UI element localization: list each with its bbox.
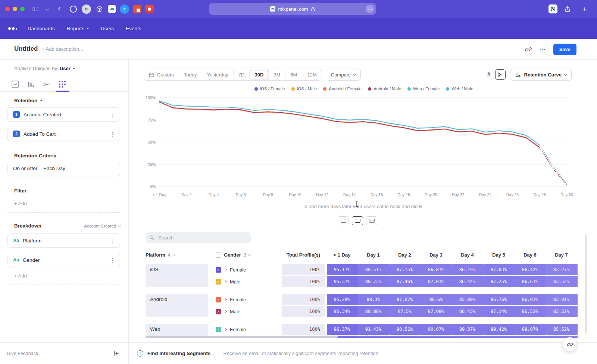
retention-cell[interactable]: 87.03% <box>484 264 515 275</box>
retention-cell[interactable]: 89.4% <box>452 336 484 338</box>
share-link-button[interactable] <box>563 337 577 351</box>
retention-cell[interactable]: 88.73% <box>358 276 390 287</box>
retention-cell[interactable]: 86.01% <box>515 294 546 305</box>
report-title[interactable]: Untitled <box>14 45 38 53</box>
legend-item[interactable]: iOS / Female <box>254 87 285 91</box>
notion-extension-icon[interactable]: N <box>548 4 557 13</box>
address-bar[interactable]: m mixpanel.com ⋯ <box>209 3 376 15</box>
more-options-icon[interactable]: ⋮ <box>110 131 115 137</box>
retention-cell[interactable]: 89.37% <box>452 324 484 335</box>
retention-cell[interactable]: 90.07% <box>421 324 452 335</box>
expand-chevron-icon[interactable] <box>224 280 227 283</box>
legend-item[interactable]: iOS / Male <box>291 87 317 91</box>
range-7d[interactable]: 7D <box>233 69 250 80</box>
retention-cell[interactable]: 86.6% <box>421 294 452 305</box>
retention-cell[interactable]: 95.34% <box>327 306 358 317</box>
more-options-icon[interactable]: ⋮ <box>110 238 115 244</box>
series-checkbox[interactable]: ✓ <box>216 279 221 285</box>
select-all-checkbox[interactable]: − <box>216 252 221 258</box>
retention-cell[interactable]: 95.29% <box>327 294 358 305</box>
compare-button[interactable]: Compare <box>326 69 361 81</box>
nav-item-reports[interactable]: Reports <box>67 26 89 31</box>
nav-item-dashboards[interactable]: Dashboards <box>28 26 55 31</box>
sidebar-toggle-icon[interactable] <box>31 4 40 14</box>
expand-chevron-icon[interactable] <box>224 328 227 330</box>
retention-cell[interactable]: 86.52% <box>515 306 546 317</box>
series-checkbox[interactable]: ✓ <box>216 309 221 314</box>
retention-cell[interactable]: 90.51% <box>390 324 421 335</box>
day-column-header[interactable]: Day 7 <box>546 252 578 258</box>
retention-step-2[interactable]: 2 Added To Cart ⋮ <box>7 127 120 141</box>
more-options-icon[interactable]: ⋯ <box>539 46 546 53</box>
nav-item-users[interactable]: Users <box>101 26 114 31</box>
chevron-down-icon[interactable] <box>43 4 52 14</box>
more-options-icon[interactable]: ⋮ <box>110 112 115 117</box>
retention-cell[interactable]: 91.43% <box>358 324 390 335</box>
chart-type-selector[interactable]: Retention Curve <box>510 69 572 81</box>
close-window-button[interactable] <box>5 7 10 11</box>
gender-cell[interactable]: ✓Male <box>212 306 282 317</box>
retention-cell[interactable]: 87.08% <box>421 306 452 317</box>
package-extension-icon[interactable] <box>95 4 104 14</box>
gender-cell[interactable]: ✓Female <box>212 324 282 335</box>
retention-cell[interactable]: 88.1% <box>515 336 546 338</box>
gender-cell[interactable]: ✓Female <box>212 264 282 275</box>
retention-cell[interactable]: 86.43% <box>452 306 484 317</box>
zoom-window-button[interactable] <box>20 7 25 11</box>
retention-cell[interactable]: 90.1% <box>421 336 452 338</box>
series-checkbox[interactable]: ✓ <box>216 327 221 332</box>
retention-cell[interactable]: 86.42% <box>515 264 546 275</box>
collapse-sidebar-icon[interactable] <box>113 350 119 357</box>
retention-cell[interactable]: 83.27% <box>546 264 578 275</box>
vertical-scrollbar[interactable] <box>585 235 587 334</box>
give-feedback-link[interactable]: Give Feedback <box>7 351 38 356</box>
range-3m[interactable]: 3M <box>268 69 285 80</box>
horizontal-scrollbar[interactable] <box>146 336 338 338</box>
platform-column-header[interactable]: Platform 4 <box>146 252 212 258</box>
criteria-card[interactable]: On or After Each Day <box>7 162 120 176</box>
retention-cell[interactable]: 87.46% <box>390 276 421 287</box>
segment-cut-icon[interactable] <box>495 69 506 80</box>
breakdown-gender[interactable]: Aa Gender ⋮ <box>7 253 120 267</box>
retention-section-heading[interactable]: Retention <box>14 98 120 103</box>
split-view-toggle[interactable] <box>352 216 363 225</box>
legend-item[interactable]: Web / Male <box>446 87 473 91</box>
analyze-value[interactable]: User <box>60 66 71 71</box>
gray-extension-icon[interactable]: n <box>82 4 91 14</box>
retention-cell[interactable]: 86.19% <box>452 264 484 275</box>
retention-cell[interactable]: 87.07% <box>390 294 421 305</box>
day-column-header[interactable]: < 1 Day <box>327 252 358 258</box>
gender-column-header[interactable]: − Gender 3 <box>212 252 282 258</box>
clock-extension-icon[interactable] <box>69 4 78 14</box>
retention-cell[interactable]: 86.81% <box>421 264 452 275</box>
retention-cell[interactable]: 89.5% <box>484 336 515 338</box>
retention-cell[interactable]: 87.03% <box>421 276 452 287</box>
day-column-header[interactable]: Day 6 <box>515 252 546 258</box>
retention-cell[interactable]: 88.07% <box>515 324 546 335</box>
table-only-toggle[interactable] <box>366 216 377 225</box>
expand-chevron-icon[interactable] <box>224 268 227 271</box>
series-checkbox[interactable]: ✓ <box>216 267 221 273</box>
retention-cell[interactable]: 88.88% <box>358 306 390 317</box>
range-12m[interactable]: 12M <box>302 69 321 80</box>
blue-extension-icon[interactable]: c <box>120 4 129 14</box>
retention-cell[interactable]: 90.6% <box>390 336 421 338</box>
retention-cell[interactable]: 83.01% <box>546 294 578 305</box>
segments-title[interactable]: Find Interesting Segments <box>147 351 211 356</box>
total-profiles-header[interactable]: Total Profile(s) <box>282 252 327 258</box>
retention-cell[interactable]: 83.52% <box>546 276 578 287</box>
address-more-button[interactable]: ⋯ <box>366 5 374 13</box>
tab-funnels[interactable] <box>27 80 35 88</box>
legend-item[interactable]: Android / Male <box>368 87 401 91</box>
gender-cell[interactable]: ✓Male <box>212 276 282 287</box>
tab-insights[interactable] <box>11 80 19 88</box>
day-column-header[interactable]: Day 3 <box>421 252 452 258</box>
filter-add-button[interactable]: + Add <box>7 201 120 213</box>
orange-extension-icon[interactable] <box>133 5 141 13</box>
expand-chevron-icon[interactable] <box>224 298 227 301</box>
add-description[interactable]: + Add description... <box>42 46 83 52</box>
retention-cell[interactable]: 95.37% <box>327 276 358 287</box>
day-column-header[interactable]: Day 4 <box>452 252 484 258</box>
retention-cell[interactable]: 91.5% <box>358 336 390 338</box>
retention-cell[interactable]: 88.51% <box>358 264 390 275</box>
